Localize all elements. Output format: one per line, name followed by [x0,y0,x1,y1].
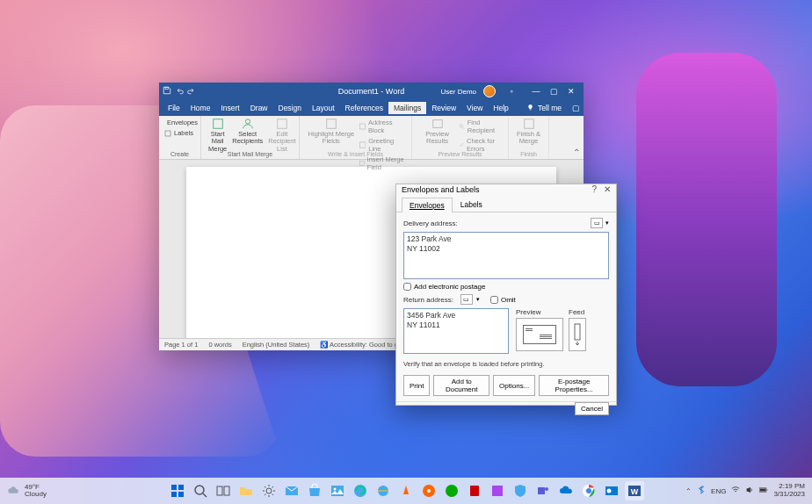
mail-icon[interactable] [282,481,301,500]
tab-draw[interactable]: Draw [245,102,273,114]
finish-merge-button[interactable]: Finish & Merge [514,118,543,146]
clipchamp-icon[interactable] [488,481,507,500]
redo-icon[interactable] [187,86,196,97]
svg-rect-5 [278,119,287,129]
options-button[interactable]: Options... [493,375,535,396]
dialog-title-label: Envelopes and Labels [402,185,480,194]
envelopes-button[interactable]: Envelopes [164,118,195,127]
bluetooth-icon[interactable] [697,486,706,496]
xbox-icon[interactable] [442,481,461,500]
collapse-ribbon-icon[interactable]: ⌃ [573,148,580,157]
omit-checkbox[interactable]: Omit [490,296,516,304]
tab-home[interactable]: Home [185,102,216,114]
task-view-icon[interactable] [214,481,233,500]
ribbon-display-icon[interactable]: ▫ [503,84,520,98]
explorer-icon[interactable] [236,481,256,500]
vlc-icon[interactable] [396,481,416,500]
address-book-icon[interactable]: ▭ [591,218,603,228]
undo-icon[interactable] [175,86,184,97]
highlight-merge-fields-button[interactable]: Highlight Merge Fields [305,118,358,172]
word-taskbar-icon[interactable]: W [625,481,644,500]
print-button[interactable]: Print [403,375,430,396]
clock[interactable]: 2:19 PM 3/31/2023 [773,483,805,499]
omit-checkbox-input[interactable] [490,296,498,304]
onedrive-icon[interactable] [556,481,576,500]
user-name[interactable]: User Demo [441,88,476,96]
svg-rect-2 [165,131,170,136]
cancel-button[interactable]: Cancel [575,402,609,415]
tab-help[interactable]: Help [488,102,513,114]
ribbon-content: Envelopes Labels Create Start Mail Merge… [159,116,584,160]
address-block-button[interactable]: Address Block [359,118,406,135]
security-icon[interactable] [511,481,530,500]
solitaire-icon[interactable] [465,481,484,500]
status-language[interactable]: English (United States) [243,341,310,349]
tray-chevron-icon[interactable]: ⌃ [685,487,692,495]
svg-rect-8 [359,142,365,148]
avatar[interactable] [483,85,496,97]
status-accessibility[interactable]: ♿ Accessibility: Good to go [320,341,402,349]
envelope-preview[interactable] [516,318,563,351]
store-icon[interactable] [305,481,324,500]
dialog-tab-labels[interactable]: Labels [453,197,490,212]
start-icon[interactable] [168,481,187,500]
taskbar: 49°F Cloudy W ⌃ ENG 2:19 PM [0,478,812,504]
edge-icon[interactable] [351,481,370,500]
tab-design[interactable]: Design [273,102,307,114]
epostage-properties-button[interactable]: E-postage Properties... [539,375,609,396]
photos-icon[interactable] [328,481,347,500]
return-address-dropdown-icon[interactable]: ▾ [476,296,480,303]
feed-preview[interactable] [569,318,586,351]
svg-rect-14 [171,485,177,490]
svg-point-18 [195,486,204,494]
select-recipients-button[interactable]: Select Recipients [230,118,265,153]
add-to-document-button[interactable]: Add to Document [433,375,489,396]
tab-file[interactable]: File [163,102,185,114]
dialog-help-icon[interactable]: ? [591,184,597,194]
status-page[interactable]: Page 1 of 1 [164,341,198,349]
chrome-icon[interactable] [579,481,598,500]
labels-button[interactable]: Labels [164,128,195,138]
settings-icon[interactable] [259,481,279,500]
delivery-address-label: Delivery address: [403,220,458,227]
return-address-input[interactable] [403,308,509,354]
delivery-address-input[interactable] [403,232,609,279]
tab-review[interactable]: Review [426,102,461,114]
tab-layout[interactable]: Layout [307,102,340,114]
return-address-book-icon[interactable]: ▭ [460,294,473,305]
start-mail-merge-button[interactable]: Start Mail Merge [207,118,228,153]
insert-merge-field-button[interactable]: Insert Merge Field [359,155,406,172]
share-icon[interactable]: ▢ [572,104,580,112]
electronic-postage-checkbox[interactable]: Add electronic postage [403,283,609,291]
tab-mailings[interactable]: Mailings [388,102,426,114]
address-book-dropdown-icon[interactable]: ▾ [605,220,609,227]
battery-icon[interactable] [759,486,768,496]
edit-recipient-list-button[interactable]: Edit Recipient List [266,118,297,153]
dialog-tab-envelopes[interactable]: Envelopes [402,198,453,212]
dialog-close-icon[interactable]: ✕ [604,184,611,194]
ie-icon[interactable] [373,481,393,500]
status-words[interactable]: 0 words [208,341,231,349]
language-indicator[interactable]: ENG [711,487,726,495]
outlook-icon[interactable] [602,481,621,500]
tellme-label[interactable]: Tell me [538,104,562,112]
minimize-icon[interactable]: — [527,84,545,98]
music-icon[interactable] [419,481,439,500]
svg-rect-20 [224,486,229,495]
tellme-lightbulb-icon[interactable] [526,104,534,113]
preview-results-button[interactable]: Preview Results [417,118,457,154]
wifi-icon[interactable] [731,486,740,496]
find-recipient-button[interactable]: Find Recipient [459,118,503,135]
tab-references[interactable]: References [340,102,388,114]
weather-widget[interactable]: 49°F Cloudy [7,484,47,498]
teams-icon[interactable] [533,481,553,500]
electronic-postage-checkbox-input[interactable] [403,283,411,291]
close-icon[interactable]: ✕ [562,84,580,98]
volume-icon[interactable] [745,486,754,496]
search-icon[interactable] [191,481,210,500]
save-icon[interactable] [163,86,171,97]
dialog-tabs: Envelopes Labels [396,195,616,212]
tab-insert[interactable]: Insert [215,102,244,114]
maximize-icon[interactable]: ▢ [545,84,562,98]
tab-view[interactable]: View [461,102,488,114]
